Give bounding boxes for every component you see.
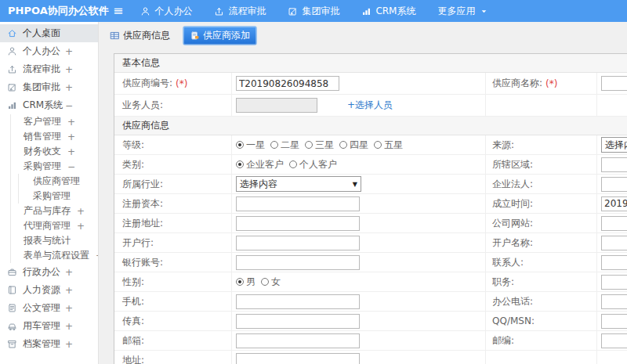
- radio-option[interactable]: 一星: [236, 139, 265, 152]
- radio-option[interactable]: 五星: [374, 139, 403, 152]
- expand-toggle-icon[interactable]: +: [65, 46, 73, 57]
- tab-supplier-add[interactable]: 供应商添加: [183, 26, 257, 45]
- sidebar-item[interactable]: 公文管理+: [0, 299, 98, 317]
- field-cell: 选择内容▼: [596, 135, 627, 154]
- text-input[interactable]: [601, 255, 627, 270]
- field-label-cell: [485, 95, 596, 116]
- field-label-cell: 开户行:: [114, 233, 231, 252]
- expand-toggle-icon[interactable]: +: [65, 285, 73, 296]
- expand-toggle-icon[interactable]: +: [77, 221, 85, 232]
- radio-label: 四星: [350, 139, 368, 152]
- expand-toggle-icon[interactable]: +: [65, 321, 73, 332]
- sidebar-item[interactable]: 用车管理+: [0, 317, 98, 335]
- field-cell: [596, 351, 627, 364]
- form-add-icon: [190, 31, 200, 41]
- radio-option[interactable]: 三星: [305, 139, 334, 152]
- expand-toggle-icon[interactable]: +: [67, 117, 75, 128]
- tab-bar: 供应商信息供应商添加: [99, 22, 627, 49]
- nav-item[interactable]: CRM系统: [361, 5, 415, 18]
- field-cell: [231, 233, 485, 252]
- choose-person-link[interactable]: +选择人员: [347, 99, 393, 112]
- sidebar-item[interactable]: 采购管理: [19, 189, 98, 204]
- text-input[interactable]: [601, 76, 627, 91]
- text-input[interactable]: [601, 314, 627, 329]
- text-input[interactable]: [236, 353, 360, 364]
- sidebar-item[interactable]: 产品与库存+: [11, 204, 98, 218]
- sidebar-item[interactable]: 财务收支+: [11, 144, 98, 159]
- tab-supplier-info[interactable]: 供应商信息: [103, 27, 176, 45]
- expand-toggle-icon[interactable]: +: [67, 146, 75, 157]
- sidebar-item[interactable]: CRM系统−: [0, 96, 98, 114]
- text-input[interactable]: [601, 294, 627, 309]
- radio-option[interactable]: 个人客户: [289, 158, 337, 171]
- text-input[interactable]: [236, 294, 360, 309]
- radio-button-icon: [374, 141, 382, 149]
- text-input[interactable]: [601, 275, 627, 290]
- field-cell: [596, 292, 627, 311]
- expand-toggle-icon[interactable]: +: [65, 64, 73, 75]
- sidebar-item[interactable]: 人力资源+: [0, 281, 98, 299]
- sidebar-item[interactable]: 流程审批+: [0, 60, 98, 78]
- select-dropdown[interactable]: 选择内容▼: [236, 176, 361, 192]
- nav-item[interactable]: 集团审批: [288, 5, 339, 18]
- sidebar-item[interactable]: 个人办公+: [0, 42, 98, 60]
- radio-option[interactable]: 四星: [339, 139, 368, 152]
- share-icon: [214, 6, 224, 16]
- text-input[interactable]: [236, 196, 360, 211]
- text-input[interactable]: [236, 333, 360, 348]
- expand-toggle-icon[interactable]: −: [65, 100, 73, 111]
- text-input[interactable]: [236, 314, 360, 329]
- text-input[interactable]: [236, 216, 360, 231]
- text-input[interactable]: [236, 98, 317, 113]
- radio-option[interactable]: 女: [261, 276, 281, 289]
- field-cell: [596, 272, 627, 291]
- text-input[interactable]: [601, 157, 627, 172]
- expand-toggle-icon[interactable]: +: [65, 267, 73, 278]
- select-dropdown[interactable]: 选择内容▼: [601, 137, 627, 153]
- sidebar-item[interactable]: 个人桌面: [0, 24, 98, 42]
- text-input[interactable]: [601, 177, 627, 192]
- expand-toggle-icon[interactable]: +: [77, 206, 85, 217]
- table-icon: [110, 31, 120, 41]
- text-input[interactable]: [236, 255, 360, 270]
- sidebar-item[interactable]: 档案管理+: [0, 335, 98, 353]
- nav-item[interactable]: 个人办公: [140, 5, 192, 18]
- sidebar-item[interactable]: 销售管理+: [11, 129, 98, 144]
- form-row: 地址:: [114, 351, 627, 364]
- field-cell: [231, 194, 485, 213]
- sidebar-item[interactable]: 报表与统计: [11, 233, 98, 248]
- field-label: 供应商编号:: [122, 77, 172, 90]
- expand-toggle-icon[interactable]: +: [67, 132, 75, 142]
- sidebar-item[interactable]: 行政办公+: [0, 263, 98, 281]
- sidebar-item[interactable]: 集团审批+: [0, 78, 98, 96]
- text-input[interactable]: [601, 333, 627, 348]
- sidebar-item[interactable]: 客户管理+: [11, 114, 98, 129]
- field-label: 成立时间:: [492, 197, 533, 211]
- sidebar-item[interactable]: 表单与流程设置+: [11, 248, 98, 263]
- expand-toggle-icon[interactable]: +: [65, 303, 73, 314]
- radio-group: 一星二星三星四星五星: [236, 139, 408, 152]
- text-input[interactable]: [601, 216, 627, 231]
- field-label: 类别:: [122, 158, 144, 171]
- sidebar-item[interactable]: 代理商管理+: [11, 218, 98, 233]
- form-row: 性别:男女职务:: [114, 272, 627, 292]
- nav-item[interactable]: 更多应用: [437, 5, 489, 18]
- briefcase-icon: [7, 267, 17, 277]
- content-area: 供应商信息供应商添加 基本信息供应商编号:(*)供应商名称:(*)业务人员:+选…: [99, 22, 627, 364]
- sidebar-item[interactable]: 采购管理−: [11, 159, 98, 174]
- expand-toggle-icon[interactable]: +: [65, 82, 73, 93]
- sidebar-item[interactable]: 供应商管理: [19, 174, 98, 189]
- field-cell: [596, 214, 627, 232]
- text-input[interactable]: [601, 236, 627, 250]
- radio-option[interactable]: 男: [236, 276, 256, 289]
- expand-toggle-icon[interactable]: +: [65, 339, 73, 350]
- expand-toggle-icon[interactable]: −: [67, 161, 75, 172]
- text-input[interactable]: [236, 76, 339, 91]
- text-input[interactable]: [601, 196, 627, 211]
- field-label-cell: 地址:: [114, 351, 231, 364]
- radio-option[interactable]: 二星: [270, 139, 299, 152]
- nav-item[interactable]: 流程审批: [214, 5, 266, 18]
- text-input[interactable]: [236, 236, 360, 250]
- radio-option[interactable]: 企业客户: [236, 158, 284, 171]
- hamburger-menu-icon[interactable]: ≡: [113, 0, 123, 22]
